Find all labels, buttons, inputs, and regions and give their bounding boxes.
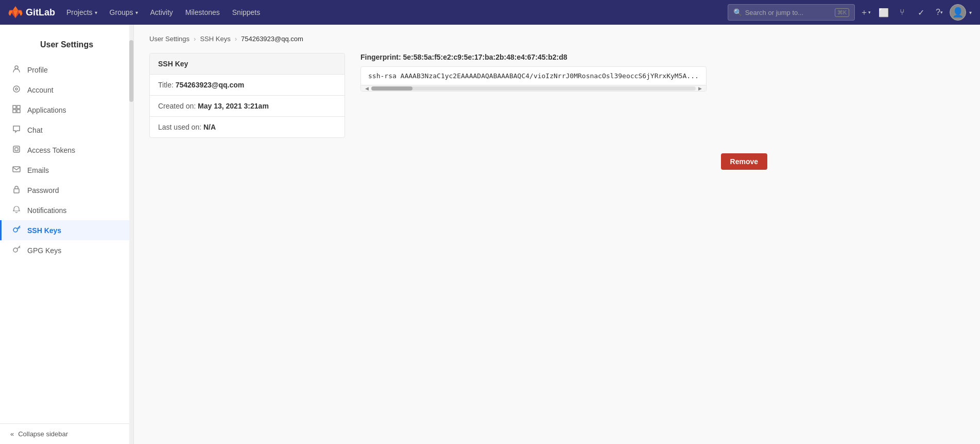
help-chevron-icon: ▾	[940, 10, 943, 15]
sidebar-item-password[interactable]: Password	[0, 180, 133, 200]
fingerprint-label: Fingerprint: 5e:58:5a:f5:e2:c9:5e:17:ba:…	[360, 53, 707, 61]
nav-snippets[interactable]: Snippets	[227, 0, 265, 25]
merge-requests-button[interactable]: ⑂	[894, 4, 910, 21]
svg-rect-8	[15, 148, 18, 151]
ssh-card-title-row: Title: 754263923@qq.com	[150, 75, 345, 96]
main-content: User Settings › SSH Keys › 754263923@qq.…	[134, 25, 980, 444]
nav-milestones[interactable]: Milestones	[180, 0, 225, 25]
plus-chevron-icon: ▾	[868, 10, 871, 15]
help-button[interactable]: ? ▾	[931, 4, 948, 21]
svg-rect-7	[13, 146, 20, 152]
key-text: ssh-rsa AAAAB3NzaC1yc2EAAAADAQABAAABAQC4…	[361, 67, 706, 85]
nav-activity[interactable]: Activity	[145, 0, 178, 25]
svg-rect-6	[17, 110, 20, 113]
sidebar-title: User Settings	[0, 35, 133, 60]
gpg-keys-icon	[12, 245, 21, 255]
projects-chevron-icon: ▾	[95, 10, 97, 15]
layout: User Settings Profile Account Applicatio…	[0, 25, 980, 444]
remove-row: Remove	[149, 148, 767, 170]
sidebar-item-ssh-keys[interactable]: SSH Keys	[0, 220, 133, 240]
breadcrumb-sep-2: ›	[235, 35, 237, 43]
svg-rect-4	[17, 105, 20, 109]
sidebar-item-access-tokens[interactable]: Access Tokens	[0, 140, 133, 160]
ssh-key-card: SSH Key Title: 754263923@qq.com Created …	[149, 53, 345, 138]
title-value: 754263923@qq.com	[176, 81, 245, 89]
collapse-icon: «	[10, 430, 14, 438]
created-value: May 13, 2021 3:21am	[198, 102, 269, 110]
svg-point-1	[13, 86, 20, 92]
ssh-keys-icon	[12, 225, 21, 235]
remove-button[interactable]: Remove	[721, 153, 767, 170]
ssh-card-header: SSH Key	[150, 54, 345, 75]
search-input[interactable]	[745, 9, 832, 16]
svg-line-14	[18, 228, 19, 229]
scroll-right-icon[interactable]: ▶	[697, 86, 704, 91]
last-used-value: N/A	[203, 123, 216, 131]
scroll-left-icon[interactable]: ◀	[363, 86, 370, 91]
groups-chevron-icon: ▾	[135, 10, 138, 15]
svg-rect-3	[13, 105, 16, 109]
svg-rect-9	[13, 167, 20, 172]
profile-icon	[12, 65, 21, 75]
help-icon: ?	[936, 8, 940, 17]
ssh-card-created-row: Created on: May 13, 2021 3:21am	[150, 96, 345, 117]
content-row: SSH Key Title: 754263923@qq.com Created …	[149, 53, 767, 138]
svg-line-13	[19, 227, 20, 228]
notifications-icon	[12, 205, 21, 215]
topnav: GitLab Projects ▾ Groups ▾ Activity Mile…	[0, 0, 980, 25]
created-label: Created on:	[158, 102, 196, 110]
avatar-chevron-icon: ▾	[969, 10, 972, 15]
svg-point-15	[13, 248, 18, 252]
check-icon: ✓	[918, 8, 924, 17]
key-scroll-container[interactable]: ssh-rsa AAAAB3NzaC1yc2EAAAADAQABAAABAQC4…	[360, 66, 707, 92]
sidebar-scrollthumb[interactable]	[129, 40, 133, 102]
access-tokens-icon	[12, 145, 21, 155]
sidebar-item-applications[interactable]: Applications	[0, 100, 133, 120]
sidebar-item-account[interactable]: Account	[0, 80, 133, 100]
breadcrumb-ssh-keys[interactable]: SSH Keys	[200, 35, 230, 43]
search-box[interactable]: 🔍 ⌘K	[728, 4, 855, 21]
sidebar-scroll: Profile Account Applications Chat	[0, 60, 133, 423]
gitlab-logo[interactable]: GitLab	[8, 5, 55, 20]
scrollbar-track[interactable]	[371, 86, 696, 91]
nav-groups[interactable]: Groups ▾	[105, 0, 143, 25]
last-used-label: Last used on:	[158, 123, 201, 131]
main-inner: User Settings › SSH Keys › 754263923@qq.…	[149, 35, 767, 170]
breadcrumb-sep-1: ›	[194, 35, 196, 43]
svg-point-2	[15, 88, 18, 90]
sidebar-item-notifications[interactable]: Notifications	[0, 200, 133, 220]
todos-button[interactable]: ✓	[913, 4, 929, 21]
account-icon	[12, 85, 21, 95]
svg-point-0	[15, 66, 18, 69]
avatar[interactable]: 👤	[950, 4, 966, 21]
emails-icon	[12, 165, 21, 175]
fingerprint-section: Fingerprint: 5e:58:5a:f5:e2:c9:5e:17:ba:…	[360, 53, 707, 92]
merge-icon: ⑂	[900, 8, 905, 17]
breadcrumb-user-settings[interactable]: User Settings	[149, 35, 190, 43]
plus-icon: ＋	[860, 7, 868, 18]
svg-point-11	[13, 228, 18, 232]
sidebar-item-emails[interactable]: Emails	[0, 160, 133, 180]
ssh-card-last-used-row: Last used on: N/A	[150, 117, 345, 137]
search-shortcut: ⌘K	[835, 8, 849, 17]
plus-button[interactable]: ＋ ▾	[857, 4, 873, 21]
sidebar-item-gpg-keys[interactable]: GPG Keys	[0, 240, 133, 260]
key-scrollbar[interactable]: ◀ ▶	[361, 85, 706, 91]
avatar-icon: 👤	[952, 7, 964, 18]
breadcrumb: User Settings › SSH Keys › 754263923@qq.…	[149, 35, 767, 43]
sidebar-item-profile[interactable]: Profile	[0, 60, 133, 80]
issues-button[interactable]: ⬜	[875, 4, 892, 21]
search-icon: 🔍	[733, 8, 742, 16]
scrollbar-thumb[interactable]	[371, 86, 412, 91]
sidebar-item-chat[interactable]: Chat	[0, 120, 133, 140]
chat-icon	[12, 125, 21, 135]
svg-rect-5	[13, 110, 16, 113]
logo-text: GitLab	[26, 7, 55, 18]
title-label: Title:	[158, 81, 174, 89]
sidebar: User Settings Profile Account Applicatio…	[0, 25, 134, 444]
applications-icon	[12, 105, 21, 115]
nav-projects[interactable]: Projects ▾	[61, 0, 102, 25]
breadcrumb-current: 754263923@qq.com	[241, 35, 303, 43]
sidebar-scrolltrack	[129, 25, 133, 444]
collapse-sidebar-button[interactable]: « Collapse sidebar	[0, 423, 133, 444]
